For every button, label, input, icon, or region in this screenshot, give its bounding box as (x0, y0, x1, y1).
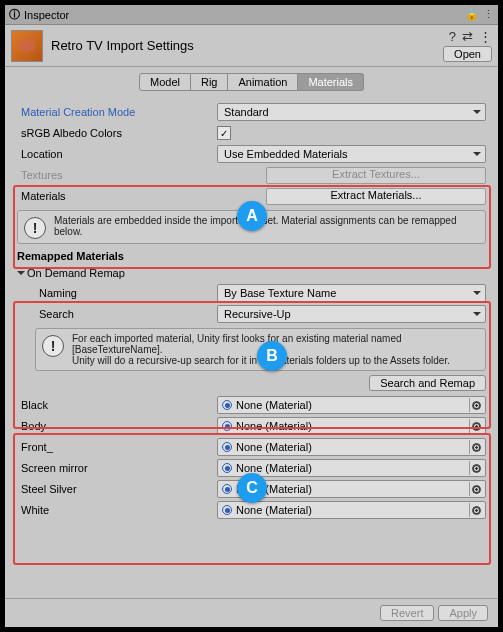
asset-header: Retro TV Import Settings ? ⇄ ⋮ Open (5, 25, 498, 67)
tab-model[interactable]: Model (139, 73, 191, 91)
apply-button[interactable]: Apply (438, 605, 488, 621)
search-dropdown[interactable]: Recursive-Up (217, 305, 486, 323)
importer-tabs: Model Rig Animation Materials (5, 73, 498, 91)
on-demand-remap-foldout[interactable]: On Demand Remap (17, 264, 486, 282)
material-slot-value: None (Material) (236, 462, 469, 474)
asset-title: Retro TV Import Settings (51, 38, 443, 53)
location-value: Use Embedded Materials (224, 148, 348, 160)
material-slot-value: None (Material) (236, 420, 469, 432)
revert-button[interactable]: Revert (380, 605, 434, 621)
textures-label: Textures (17, 169, 217, 181)
srgb-label: sRGB Albedo Colors (17, 127, 217, 139)
open-button[interactable]: Open (443, 46, 492, 62)
object-picker-icon[interactable] (469, 419, 483, 433)
extract-materials-button[interactable]: Extract Materials... (266, 188, 486, 205)
tab-materials[interactable]: Materials (298, 73, 364, 91)
remap-info-text: For each imported material, Unity first … (72, 333, 479, 366)
panel-menu-icon[interactable]: ⋮ (483, 8, 494, 21)
search-and-remap-button[interactable]: Search and Remap (369, 375, 486, 391)
remapped-materials-header: Remapped Materials (17, 250, 486, 262)
material-slot-field[interactable]: None (Material) (217, 480, 486, 498)
asset-prefab-icon (11, 30, 43, 62)
materials-label: Materials (17, 190, 217, 202)
object-radio-icon (222, 400, 232, 410)
object-picker-icon[interactable] (469, 440, 483, 454)
material-slot-label: Screen mirror (17, 462, 217, 474)
lock-icon[interactable]: 🔒 (465, 8, 479, 21)
material-creation-mode-value: Standard (224, 106, 269, 118)
foldout-triangle-icon (17, 271, 25, 279)
tab-rig[interactable]: Rig (191, 73, 229, 91)
material-creation-mode-dropdown[interactable]: Standard (217, 103, 486, 121)
material-slot-value: None (Material) (236, 504, 469, 516)
object-picker-icon[interactable] (469, 461, 483, 475)
inspector-titlebar: ⓘ Inspector 🔒 ⋮ (5, 5, 498, 25)
search-label: Search (17, 308, 217, 320)
material-slot-label: White (17, 504, 217, 516)
info-exclaim-icon: ! (42, 335, 64, 357)
material-slot-value: None (Material) (236, 441, 469, 453)
material-slot-value: None (Material) (236, 399, 469, 411)
naming-dropdown[interactable]: By Base Texture Name (217, 284, 486, 302)
extract-textures-button: Extract Textures... (266, 167, 486, 184)
location-label: Location (17, 148, 217, 160)
srgb-checkbox[interactable]: ✓ (217, 126, 231, 140)
help-icon[interactable]: ? (449, 29, 456, 44)
tab-animation[interactable]: Animation (228, 73, 298, 91)
naming-value: By Base Texture Name (224, 287, 336, 299)
material-slot-field[interactable]: None (Material) (217, 459, 486, 477)
search-value: Recursive-Up (224, 308, 291, 320)
footer: Revert Apply (5, 598, 498, 627)
info-icon: ⓘ (9, 7, 20, 22)
material-slot-field[interactable]: None (Material) (217, 501, 486, 519)
info-exclaim-icon: ! (24, 217, 46, 239)
embedded-info-text: Materials are embedded inside the import… (54, 215, 479, 239)
object-radio-icon (222, 442, 232, 452)
material-slot-label: Body (17, 420, 217, 432)
remap-info-box: ! For each imported material, Unity firs… (35, 328, 486, 371)
object-radio-icon (222, 463, 232, 473)
naming-label: Naming (17, 287, 217, 299)
embedded-info-box: ! Materials are embedded inside the impo… (17, 210, 486, 244)
material-slot-label: Front_ (17, 441, 217, 453)
object-picker-icon[interactable] (469, 482, 483, 496)
material-slot-value: None (Material) (236, 483, 469, 495)
location-dropdown[interactable]: Use Embedded Materials (217, 145, 486, 163)
preset-icon[interactable]: ⇄ (462, 29, 473, 44)
panel-title: Inspector (24, 9, 465, 21)
material-slot-label: Black (17, 399, 217, 411)
object-radio-icon (222, 484, 232, 494)
header-menu-icon[interactable]: ⋮ (479, 29, 492, 44)
material-slot-field[interactable]: None (Material) (217, 396, 486, 414)
on-demand-remap-label: On Demand Remap (27, 267, 125, 279)
material-slot-field[interactable]: None (Material) (217, 438, 486, 456)
material-creation-mode-label: Material Creation Mode (17, 106, 217, 118)
material-slot-field[interactable]: None (Material) (217, 417, 486, 435)
object-picker-icon[interactable] (469, 503, 483, 517)
object-picker-icon[interactable] (469, 398, 483, 412)
material-slot-label: Steel Silver (17, 483, 217, 495)
object-radio-icon (222, 505, 232, 515)
object-radio-icon (222, 421, 232, 431)
